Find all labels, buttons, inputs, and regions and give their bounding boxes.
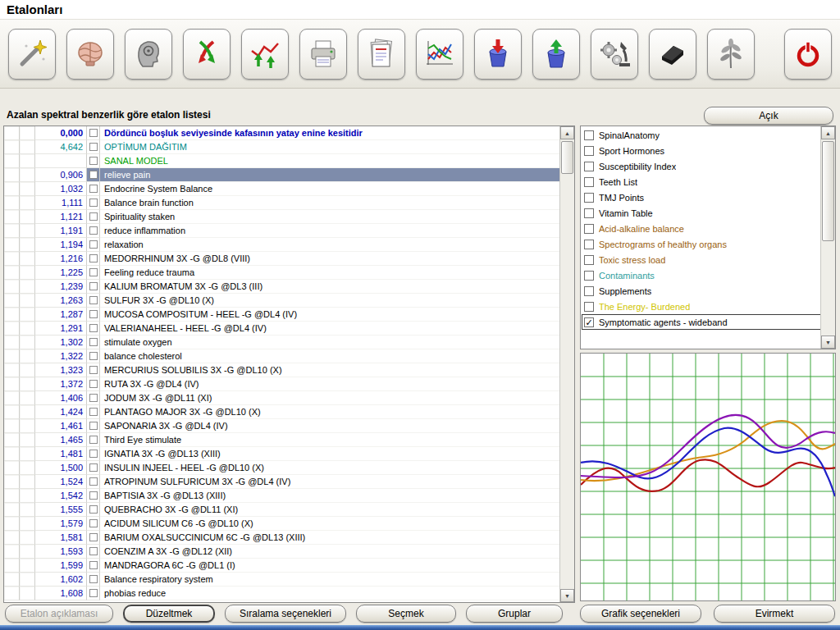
row-select-cell-1[interactable] (4, 517, 20, 531)
row-select-cell-1[interactable] (4, 266, 20, 280)
group-item-checkbox[interactable] (584, 177, 594, 187)
row-select-cell-2[interactable] (20, 587, 35, 600)
etalon-row-label[interactable]: MANDRAGORA 6C -G @DL1 (I) (100, 559, 560, 573)
row-select-cell-2[interactable] (20, 433, 35, 447)
multi-graph-button[interactable] (416, 29, 463, 80)
group-item[interactable]: ✓ Symptomatic agents - wideband (582, 314, 821, 330)
row-select-cell-1[interactable] (4, 573, 20, 587)
row-checkbox-cell[interactable] (87, 280, 100, 294)
row-checkbox-cell[interactable] (87, 336, 100, 349)
etalon-row-label[interactable]: JODUM 3X -G @DL11 (XI) (100, 391, 560, 405)
group-item[interactable]: Toxic stress load (582, 252, 821, 267)
row-select-cell-2[interactable] (20, 280, 35, 294)
etalon-row[interactable]: 1,465 Third Eye stimulate (4, 433, 560, 447)
etalon-row[interactable]: 1,225 Feeling reduce trauma (4, 266, 560, 280)
row-select-cell-2[interactable] (20, 126, 35, 140)
row-checkbox[interactable] (89, 408, 98, 416)
etalon-row[interactable]: 1,291 VALERIANAHEEL - HEEL -G @DL4 (IV) (4, 322, 560, 336)
row-select-cell-2[interactable] (20, 419, 35, 433)
row-select-cell-1[interactable] (4, 182, 20, 196)
row-select-cell-2[interactable] (20, 182, 35, 196)
etalon-row-label[interactable]: ATROPINUM SULFURICUM 3X -G @DL4 (IV) (100, 475, 560, 489)
row-checkbox[interactable] (89, 380, 98, 388)
etalon-row-label[interactable]: SAPONARIA 3X -G @DL4 (IV) (100, 419, 560, 433)
row-select-cell-2[interactable] (20, 489, 35, 503)
etalon-row[interactable]: 1,322 balance cholesterol (4, 349, 560, 363)
row-select-cell-1[interactable] (4, 419, 20, 433)
row-select-cell-1[interactable] (4, 475, 20, 489)
sıralama-seçenekleri-button[interactable]: Sıralama seçenekleri (225, 605, 346, 623)
etalon-row-label[interactable]: Third Eye stimulate (100, 433, 560, 447)
row-checkbox[interactable] (89, 143, 98, 151)
group-item[interactable]: Susceptibility Index (582, 158, 821, 174)
etalon-row[interactable]: 1,524 ATROPINUM SULFURICUM 3X -G @DL4 (I… (4, 475, 560, 489)
scroll-down-button[interactable]: ▼ (821, 336, 835, 349)
row-select-cell-2[interactable] (20, 377, 35, 391)
etalon-row[interactable]: 1,406 JODUM 3X -G @DL11 (XI) (4, 391, 560, 405)
row-checkbox-cell[interactable] (87, 238, 100, 252)
row-select-cell-2[interactable] (20, 391, 35, 405)
scroll-up-button[interactable]: ▲ (821, 126, 835, 139)
group-item-checkbox[interactable] (584, 240, 594, 249)
etalon-row-label[interactable]: relaxation (100, 238, 560, 252)
row-select-cell-1[interactable] (4, 377, 20, 391)
row-checkbox-cell[interactable] (87, 154, 100, 168)
open-button[interactable]: Açık (704, 107, 833, 125)
group-item-label[interactable]: Supplements (599, 286, 651, 296)
row-checkbox[interactable] (89, 254, 98, 262)
group-item[interactable]: SpinalAnatomy (582, 127, 821, 143)
etalon-row-label[interactable]: Balance respiratory system (100, 573, 560, 587)
row-checkbox-cell[interactable] (87, 196, 100, 210)
etalon-row-label[interactable]: balance cholesterol (100, 349, 560, 363)
unload-etalon-button[interactable] (532, 29, 580, 80)
etalon-row[interactable]: 1,602 Balance respiratory system (4, 573, 560, 587)
group-item-label[interactable]: Symptomatic agents - wideband (599, 317, 728, 327)
row-select-cell-1[interactable] (4, 461, 20, 475)
row-select-cell-2[interactable] (20, 349, 35, 363)
row-checkbox-cell[interactable] (87, 363, 100, 377)
card-index-button[interactable] (358, 29, 405, 80)
row-checkbox-cell[interactable] (87, 545, 100, 559)
load-etalon-button[interactable] (474, 29, 522, 80)
row-select-cell-2[interactable] (20, 224, 35, 238)
group-item-checkbox[interactable] (584, 302, 594, 312)
row-checkbox[interactable] (89, 505, 98, 514)
row-select-cell-1[interactable] (4, 322, 20, 336)
row-select-cell-2[interactable] (20, 154, 35, 168)
row-checkbox[interactable] (89, 394, 98, 402)
row-checkbox-cell[interactable] (87, 391, 100, 405)
etalon-row-label[interactable]: Dördüncü boşluk seviyesinde kafasının ya… (100, 126, 560, 140)
row-select-cell-2[interactable] (20, 336, 35, 349)
row-select-cell-1[interactable] (4, 433, 20, 447)
row-checkbox[interactable] (89, 575, 98, 583)
row-checkbox[interactable] (89, 129, 98, 137)
scroll-thumb[interactable] (822, 141, 834, 241)
row-checkbox[interactable] (89, 547, 98, 555)
row-checkbox[interactable] (89, 282, 98, 290)
row-select-cell-1[interactable] (4, 154, 20, 168)
group-item-checkbox[interactable] (584, 130, 594, 140)
group-item[interactable]: Spectrograms of healthy organs (582, 236, 821, 252)
etalon-row[interactable]: 1,302 stimulate oxygen (4, 336, 560, 349)
row-select-cell-1[interactable] (4, 280, 20, 294)
group-item-checkbox[interactable] (584, 224, 594, 234)
row-checkbox[interactable] (89, 296, 98, 304)
row-checkbox[interactable] (89, 533, 98, 541)
etalon-row-label[interactable]: MERCURIUS SOLUBILIS 3X -G @DL10 (X) (100, 363, 560, 377)
row-select-cell-1[interactable] (4, 391, 20, 405)
group-item[interactable]: Sport Hormones (582, 143, 821, 158)
etalon-row[interactable]: 1,608 phobias reduce (4, 587, 560, 600)
etalon-row-label[interactable]: QUEBRACHO 3X -G @DL11 (XI) (100, 503, 560, 517)
scroll-thumb[interactable] (561, 141, 573, 174)
group-item[interactable]: Vitamin Table (582, 205, 821, 221)
row-checkbox-cell[interactable] (87, 587, 100, 600)
row-checkbox[interactable] (89, 212, 98, 221)
group-item[interactable]: Contaminants (582, 267, 821, 283)
row-select-cell-1[interactable] (4, 587, 20, 600)
row-select-cell-1[interactable] (4, 349, 20, 363)
etalon-row[interactable]: 1,216 MEDORRHINUM 3X -G @DL8 (VIII) (4, 252, 560, 266)
etalon-row-label[interactable]: SANAL MODEL (100, 154, 560, 168)
phyto-plant-button[interactable] (707, 29, 755, 80)
row-select-cell-1[interactable] (4, 224, 20, 238)
group-item-checkbox[interactable]: ✓ (584, 317, 594, 327)
